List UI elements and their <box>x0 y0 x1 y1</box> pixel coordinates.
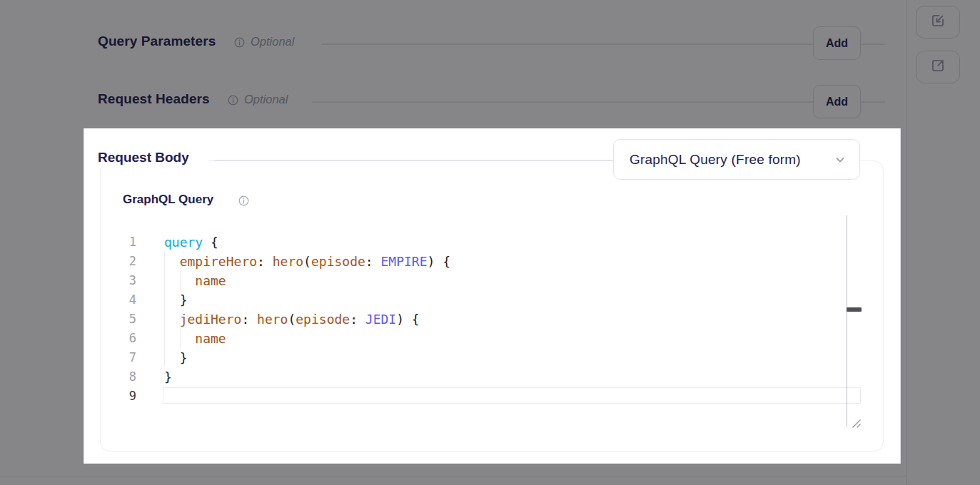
arrow-square-in-icon <box>929 12 946 32</box>
request-headers-divider <box>312 101 885 103</box>
code-line[interactable]: name <box>164 329 450 348</box>
info-icon[interactable] <box>234 37 245 51</box>
line-number: 3 <box>104 271 136 290</box>
query-parameters-optional-label: Optional <box>251 35 294 48</box>
body-type-select[interactable]: GraphQL Query (Free form) <box>613 139 860 180</box>
line-number: 8 <box>104 367 136 387</box>
request-body-divider <box>214 160 613 161</box>
line-number: 9 <box>104 387 136 406</box>
add-request-header-button[interactable]: Add <box>813 85 861 118</box>
dim-overlay-left <box>0 128 84 464</box>
code-line[interactable] <box>164 387 450 406</box>
chevron-down-icon <box>834 153 847 166</box>
code-line[interactable]: empireHero: hero(episode: EMPIRE) { <box>164 252 450 271</box>
add-button-label: Add <box>826 37 848 50</box>
code-line[interactable]: jediHero: hero(episode: JEDI) { <box>164 310 450 329</box>
spotlight-left-edge <box>84 128 84 464</box>
line-number: 1 <box>104 233 136 252</box>
add-query-parameter-button[interactable]: Add <box>813 26 861 60</box>
editor-scrollbar-track[interactable] <box>847 215 847 427</box>
info-icon[interactable] <box>238 195 249 209</box>
request-body-title: Request Body <box>98 148 208 167</box>
query-parameters-divider <box>321 44 885 45</box>
code-line[interactable]: } <box>164 348 450 367</box>
page-bottom-divider <box>0 476 906 476</box>
request-headers-title: Request Headers <box>98 91 210 107</box>
line-number: 7 <box>104 348 136 367</box>
line-number: 2 <box>104 252 136 271</box>
graphql-query-label: GraphQL Query <box>123 193 213 207</box>
code-line[interactable]: query { <box>164 233 450 252</box>
body-type-select-value: GraphQL Query (Free form) <box>630 152 801 168</box>
arrow-square-out-icon <box>929 57 946 77</box>
dim-overlay-bottom <box>0 464 980 485</box>
code-line[interactable]: } <box>164 290 450 310</box>
open-external-button[interactable] <box>916 51 960 83</box>
query-parameters-title: Query Parameters <box>98 34 216 49</box>
editor-drag-handle[interactable] <box>847 307 862 312</box>
spotlight-right-edge <box>900 128 901 464</box>
code-line[interactable]: name <box>164 271 450 290</box>
code-line[interactable]: } <box>164 367 450 387</box>
dim-overlay-right <box>901 128 980 464</box>
add-button-label: Add <box>826 96 848 108</box>
edit-inline-button[interactable] <box>916 6 960 39</box>
line-number: 6 <box>104 329 136 348</box>
request-headers-optional-label: Optional <box>244 93 288 106</box>
page: Query Parameters Optional Add Request He… <box>0 0 980 485</box>
editor-gutter: 123456789 <box>104 233 136 406</box>
resize-grip-icon[interactable] <box>852 419 862 432</box>
line-number: 5 <box>104 310 136 329</box>
line-number: 4 <box>104 290 136 310</box>
editor-code[interactable]: query { empireHero: hero(episode: EMPIRE… <box>164 233 450 406</box>
right-rail-divider <box>906 0 907 485</box>
info-icon[interactable] <box>228 95 238 108</box>
